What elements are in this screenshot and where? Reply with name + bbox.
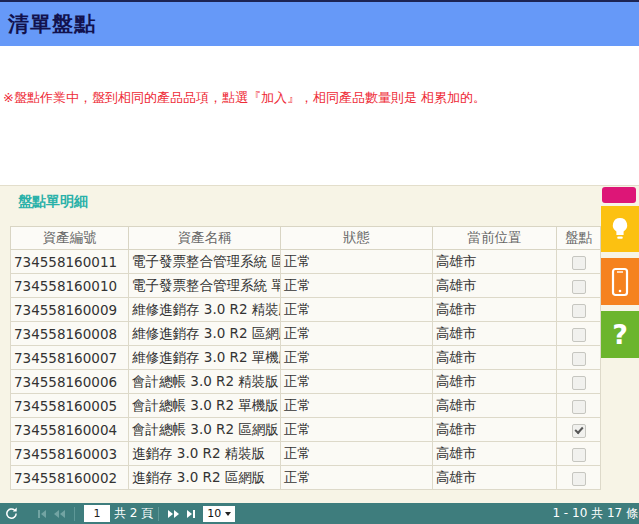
- table-row[interactable]: 734558160009 維修進銷存 3.0 R2 精裝版 正常 高雄市: [11, 298, 601, 322]
- inventory-checkbox[interactable]: [572, 280, 586, 294]
- pagination-bar: 共 2 頁 10 1 - 10 共 17 條: [0, 503, 639, 524]
- table-row[interactable]: 734558160004 會計總帳 3.0 R2 區網版 正常 高雄市: [11, 418, 601, 442]
- cell-location: 高雄市: [433, 418, 557, 442]
- page-size-select[interactable]: 10: [203, 506, 235, 522]
- cell-asset-id: 734558160009: [11, 298, 129, 322]
- cell-asset-id: 734558160007: [11, 346, 129, 370]
- chevron-down-icon: [225, 512, 231, 516]
- inventory-checkbox[interactable]: [572, 448, 586, 462]
- table-row[interactable]: 734558160006 會計總帳 3.0 R2 精裝版 正常 高雄市: [11, 370, 601, 394]
- inventory-checkbox[interactable]: [572, 424, 586, 438]
- cell-location: 高雄市: [433, 298, 557, 322]
- cell-asset-name: 電子發票整合管理系統 單機版: [129, 274, 281, 298]
- cell-location: 高雄市: [433, 274, 557, 298]
- cell-asset-name: 維修進銷存 3.0 R2 區網版: [129, 322, 281, 346]
- page-title: 清單盤點: [0, 2, 639, 38]
- cell-asset-name: 會計總帳 3.0 R2 單機版: [129, 394, 281, 418]
- cell-asset-name: 維修進銷存 3.0 R2 精裝版: [129, 298, 281, 322]
- cell-location: 高雄市: [433, 466, 557, 490]
- table-row[interactable]: 734558160008 維修進銷存 3.0 R2 區網版 正常 高雄市: [11, 322, 601, 346]
- table-row[interactable]: 734558160005 會計總帳 3.0 R2 單機版 正常 高雄市: [11, 394, 601, 418]
- table-row[interactable]: 734558160003 進銷存 3.0 R2 精裝版 正常 高雄市: [11, 442, 601, 466]
- cell-asset-id: 734558160011: [11, 250, 129, 274]
- table-row[interactable]: 734558160007 維修進銷存 3.0 R2 單機版 正常 高雄市: [11, 346, 601, 370]
- floating-button-mobile[interactable]: [601, 258, 639, 305]
- record-range-label: 1 - 10 共 17 條: [552, 505, 638, 522]
- cell-asset-id: 734558160003: [11, 442, 129, 466]
- refresh-button[interactable]: [5, 507, 18, 520]
- cell-asset-id: 734558160008: [11, 322, 129, 346]
- prev-page-icon: [54, 510, 59, 518]
- table-row[interactable]: 734558160002 進銷存 3.0 R2 區網版 正常 高雄市: [11, 466, 601, 490]
- inventory-table: 資產編號 資產名稱 狀態 當前位置 盤點 734558160011 電子發票整合…: [10, 226, 601, 490]
- inventory-checkbox[interactable]: [572, 400, 586, 414]
- cell-asset-name: 進銷存 3.0 R2 精裝版: [129, 442, 281, 466]
- prev-page-button[interactable]: [54, 510, 65, 518]
- last-page-button[interactable]: [187, 510, 195, 518]
- cell-asset-id: 734558160004: [11, 418, 129, 442]
- total-pages-label: 共 2 頁: [114, 505, 153, 522]
- cell-status: 正常: [281, 418, 433, 442]
- pager-divider-2: [158, 507, 159, 521]
- inventory-checkbox[interactable]: [572, 304, 586, 318]
- table-body: 734558160011 電子發票整合管理系統 區網版 正常 高雄市 73455…: [11, 250, 601, 490]
- cell-asset-name: 進銷存 3.0 R2 區網版: [129, 466, 281, 490]
- cell-location: 高雄市: [433, 442, 557, 466]
- column-header-location[interactable]: 當前位置: [433, 227, 557, 250]
- page-number-input[interactable]: [84, 505, 110, 522]
- column-header-asset-name[interactable]: 資產名稱: [129, 227, 281, 250]
- inventory-checkbox[interactable]: [572, 256, 586, 270]
- page-header: 清單盤點: [0, 0, 639, 46]
- cell-location: 高雄市: [433, 394, 557, 418]
- inventory-checkbox[interactable]: [572, 352, 586, 366]
- last-page-icon-bar: [193, 510, 195, 518]
- refresh-icon: [5, 507, 18, 520]
- inventory-detail-link[interactable]: 盤點單明細: [18, 193, 88, 211]
- next-page-button[interactable]: [168, 510, 179, 518]
- cell-status: 正常: [281, 370, 433, 394]
- cell-asset-id: 734558160002: [11, 466, 129, 490]
- phone-icon: [609, 267, 631, 297]
- cell-status: 正常: [281, 298, 433, 322]
- cell-status: 正常: [281, 274, 433, 298]
- cell-location: 高雄市: [433, 370, 557, 394]
- cell-asset-name: 電子發票整合管理系統 區網版: [129, 250, 281, 274]
- next-page-icon: [168, 510, 173, 518]
- cell-asset-id: 734558160010: [11, 274, 129, 298]
- floating-button-pink[interactable]: [602, 187, 636, 203]
- pager-divider: [74, 507, 75, 521]
- cell-status: 正常: [281, 322, 433, 346]
- column-header-check[interactable]: 盤點: [557, 227, 601, 250]
- cell-status: 正常: [281, 466, 433, 490]
- floating-button-tip[interactable]: [601, 206, 639, 252]
- floating-button-help[interactable]: ?: [601, 311, 639, 358]
- cell-asset-name: 會計總帳 3.0 R2 區網版: [129, 418, 281, 442]
- cell-asset-name: 維修進銷存 3.0 R2 單機版: [129, 346, 281, 370]
- cell-location: 高雄市: [433, 322, 557, 346]
- first-page-icon: [38, 510, 40, 518]
- column-header-asset-id[interactable]: 資產編號: [11, 227, 129, 250]
- inventory-notice-text: ※盤點作業中，盤到相同的產品品項，點選『加入』，相同產品數量則是 相累加的。: [3, 89, 623, 107]
- first-page-button[interactable]: [38, 510, 46, 518]
- inventory-checkbox[interactable]: [572, 376, 586, 390]
- next-page-icon-2: [174, 510, 179, 518]
- cell-status: 正常: [281, 250, 433, 274]
- question-icon: ?: [612, 319, 628, 350]
- cell-status: 正常: [281, 346, 433, 370]
- table-row[interactable]: 734558160010 電子發票整合管理系統 單機版 正常 高雄市: [11, 274, 601, 298]
- cell-status: 正常: [281, 394, 433, 418]
- prev-page-icon-2: [60, 510, 65, 518]
- first-page-icon-arrow: [41, 510, 46, 518]
- cell-location: 高雄市: [433, 346, 557, 370]
- column-header-status[interactable]: 狀態: [281, 227, 433, 250]
- inventory-checkbox[interactable]: [572, 472, 586, 486]
- cell-asset-id: 734558160005: [11, 394, 129, 418]
- last-page-icon: [187, 510, 192, 518]
- table-row[interactable]: 734558160011 電子發票整合管理系統 區網版 正常 高雄市: [11, 250, 601, 274]
- inventory-panel: 盤點單明細 資產編號 資產名稱 狀態 當前位置 盤點 734558160011 …: [0, 185, 639, 503]
- cell-location: 高雄市: [433, 250, 557, 274]
- page-size-value: 10: [207, 507, 221, 520]
- table-header-row: 資產編號 資產名稱 狀態 當前位置 盤點: [11, 227, 601, 250]
- lightbulb-icon: [609, 216, 631, 242]
- inventory-checkbox[interactable]: [572, 328, 586, 342]
